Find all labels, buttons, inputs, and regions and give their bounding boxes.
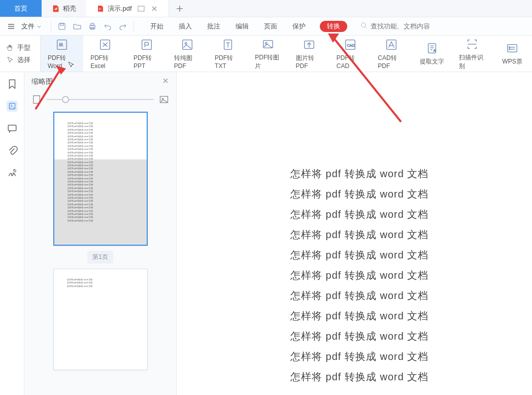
pdf-to-txt-icon bbox=[221, 38, 235, 52]
preview-line: 怎样将 pdf 转换成 word 文档 bbox=[68, 196, 134, 200]
ribbon-tab-page[interactable]: 页面 bbox=[263, 21, 278, 32]
thumbnail-title: 缩略图 bbox=[31, 77, 53, 86]
doc-line: 怎样将 pdf 转换成 word 文档 bbox=[290, 367, 532, 387]
tool-cad-to-pdf[interactable]: CAD转PDF bbox=[371, 36, 412, 72]
preview-line: 怎样将 pdf 转换成 word 文档 bbox=[68, 213, 134, 216]
thumbnail-page-label: 第1页 bbox=[87, 251, 113, 264]
zoom-small-icon[interactable] bbox=[31, 94, 42, 105]
doc-line: 怎样将 pdf 转换成 word 文档 bbox=[290, 306, 532, 326]
select-mode-button[interactable]: 选择 bbox=[6, 55, 40, 64]
ribbon-tab-start[interactable]: 开始 bbox=[149, 21, 164, 32]
tool-pdf-to-word[interactable]: PDF转Word bbox=[41, 36, 83, 72]
preview-line: 怎样将 pdf 转换成 word 文档 bbox=[68, 200, 134, 203]
tool-pdf-to-cad[interactable]: CAD PDF转CAD bbox=[329, 36, 371, 72]
search-icon[interactable] bbox=[360, 22, 368, 30]
redo-icon[interactable] bbox=[118, 22, 127, 31]
doc-line: 怎样将 pdf 转换成 word 文档 bbox=[290, 285, 532, 306]
svg-point-15 bbox=[265, 42, 268, 44]
tool-label: PDF转图片 bbox=[255, 53, 281, 71]
svg-text:A: A bbox=[433, 48, 436, 53]
thumbnail-zoom-slider[interactable] bbox=[47, 99, 154, 100]
chevron-down-icon bbox=[37, 24, 42, 29]
tool-label: PDF转Word bbox=[48, 54, 76, 70]
ribbon-tab-annotate[interactable]: 批注 bbox=[206, 21, 221, 32]
preview-line: 怎样将 pdf 转换成 word 文档 bbox=[68, 216, 134, 219]
svg-point-26 bbox=[11, 105, 12, 106]
tool-pdf-to-ppt[interactable]: PDF转PPT bbox=[126, 36, 167, 72]
tool-label: PDF转CAD bbox=[337, 54, 363, 70]
thumbnail-preview: 怎样将 pdf 转换成 word 文档 怎样将 pdf 转换成 word 文档 … bbox=[54, 269, 147, 370]
preview-line: 怎样将 pdf 转换成 word 文档 bbox=[68, 180, 134, 183]
preview-line: 怎样将 pdf 转换成 word 文档 bbox=[68, 171, 134, 174]
hand-mode-button[interactable]: 手型 bbox=[6, 43, 40, 52]
doc-line: 怎样将 pdf 转换成 word 文档 bbox=[290, 184, 532, 204]
menu-hamburger-icon[interactable] bbox=[7, 22, 15, 30]
signature-icon[interactable] bbox=[7, 168, 18, 179]
preview-line: 怎样将 pdf 转换成 word 文档 bbox=[68, 203, 134, 206]
tool-wps-invoice[interactable]: WPS票 bbox=[492, 36, 532, 72]
preview-line: 怎样将 pdf 转换成 word 文档 bbox=[68, 167, 134, 170]
thumbnail-panel: 缩略图 怎样将 pdf 转换成 word 文档 怎样将 pdf 转换成 word… bbox=[24, 72, 177, 395]
slider-knob[interactable] bbox=[62, 96, 69, 103]
tool-image-to-pdf[interactable]: 图片转PDF bbox=[289, 36, 329, 72]
new-tab-button[interactable] bbox=[169, 0, 190, 17]
tool-scan-ocr[interactable]: 扫描件识别 bbox=[452, 36, 492, 72]
preview-line: 怎样将 pdf 转换成 word 文档 bbox=[68, 157, 134, 160]
separator bbox=[134, 22, 134, 31]
bookmark-icon[interactable] bbox=[7, 78, 18, 89]
thumbnail-close-icon[interactable] bbox=[162, 77, 169, 86]
thumbnail-page-2[interactable]: 怎样将 pdf 转换成 word 文档 怎样将 pdf 转换成 word 文档 … bbox=[53, 269, 148, 370]
zoom-large-icon[interactable] bbox=[159, 94, 169, 105]
preview-line: 怎样将 pdf 转换成 word 文档 bbox=[68, 193, 134, 196]
ribbon-tools: PDF转Word PDF转Excel PDF转PPT 转纯图PDF PDF转TX… bbox=[41, 36, 532, 72]
svg-rect-27 bbox=[8, 125, 16, 130]
preview-line: 怎样将 pdf 转换成 word 文档 bbox=[68, 206, 134, 209]
menu-bar: 文件 开始 插入 批注 编辑 页面 保护 转换 bbox=[0, 17, 532, 36]
save-icon[interactable] bbox=[57, 22, 66, 31]
preview-line: 怎样将 pdf 转换成 word 文档 bbox=[67, 285, 134, 288]
search-input[interactable] bbox=[371, 22, 447, 30]
tab-home[interactable]: 首页 bbox=[0, 0, 42, 17]
tool-extract-text[interactable]: A 提取文字 bbox=[412, 36, 452, 72]
tab-window-icon[interactable] bbox=[137, 5, 145, 13]
tool-pdf-to-image[interactable]: PDF转图片 bbox=[248, 36, 288, 72]
pdf-to-word-icon bbox=[55, 38, 69, 52]
wps-invoice-icon bbox=[505, 41, 519, 55]
ribbon-tabs: 开始 插入 批注 编辑 页面 保护 转换 bbox=[149, 21, 347, 32]
tab-docell[interactable]: 稻壳 bbox=[42, 0, 86, 17]
comment-icon[interactable] bbox=[7, 123, 18, 134]
tool-label: CAD转PDF bbox=[378, 54, 405, 70]
ribbon-tab-insert[interactable]: 插入 bbox=[178, 21, 193, 32]
attachment-icon[interactable] bbox=[7, 145, 18, 156]
folder-icon[interactable] bbox=[73, 22, 82, 31]
cursor-icon bbox=[6, 56, 14, 64]
tool-label: 提取文字 bbox=[420, 57, 444, 66]
svg-rect-8 bbox=[57, 40, 67, 50]
undo-icon[interactable] bbox=[103, 22, 112, 31]
file-menu[interactable]: 文件 bbox=[18, 22, 45, 31]
search-area bbox=[360, 22, 447, 30]
ribbon-tab-convert[interactable]: 转换 bbox=[320, 21, 347, 32]
ribbon-tab-protect[interactable]: 保护 bbox=[291, 21, 307, 32]
scan-ocr-icon bbox=[465, 37, 479, 51]
tab-active-document[interactable]: P 演示.pdf bbox=[86, 0, 169, 17]
thumbnail-page-1[interactable]: 怎样将 pdf 转换成 word 文档 怎样将 pdf 转换成 word 文档 … bbox=[53, 112, 148, 246]
tool-label: 扫描件识别 bbox=[459, 53, 485, 71]
print-icon[interactable] bbox=[88, 22, 97, 31]
tab-close-icon[interactable] bbox=[150, 5, 158, 13]
preview-line: 怎样将 pdf 转换成 word 文档 bbox=[68, 190, 134, 193]
tool-to-pureimage-pdf[interactable]: 转纯图PDF bbox=[167, 36, 208, 72]
tab-active-label: 演示.pdf bbox=[108, 4, 132, 13]
svg-rect-3 bbox=[60, 23, 63, 25]
pdf-to-cad-icon: CAD bbox=[343, 38, 357, 52]
thumbnail-list: 怎样将 pdf 转换成 word 文档 怎样将 pdf 转换成 word 文档 … bbox=[24, 110, 176, 395]
tool-pdf-to-excel[interactable]: PDF转Excel bbox=[83, 36, 126, 72]
ribbon-tab-edit[interactable]: 编辑 bbox=[235, 21, 250, 32]
svg-text:P: P bbox=[99, 8, 101, 11]
main-area: 缩略图 怎样将 pdf 转换成 word 文档 怎样将 pdf 转换成 word… bbox=[0, 72, 532, 395]
document-view[interactable]: 怎样将 pdf 转换成 word 文档 怎样将 pdf 转换成 word 文档 … bbox=[177, 72, 532, 395]
tool-pdf-to-txt[interactable]: PDF转TXT bbox=[208, 36, 248, 72]
thumbnail-icon[interactable] bbox=[7, 101, 18, 112]
pdf-to-ppt-icon bbox=[140, 38, 154, 52]
svg-rect-1 bbox=[138, 6, 144, 11]
